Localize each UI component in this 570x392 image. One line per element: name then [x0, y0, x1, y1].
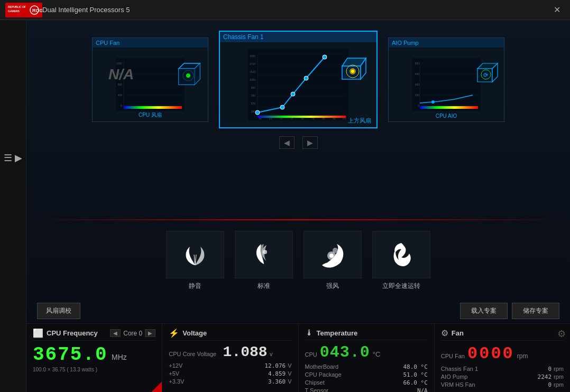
aio-pump-card[interactable]: AIO Pump — [388, 38, 504, 122]
voltage-5v-value: 4.859 — [268, 370, 286, 377]
chipset-temp-label: Chipset — [305, 379, 325, 386]
cpu-core-voltage-value: 1.088 — [223, 344, 268, 360]
svg-text:1710: 1710 — [250, 62, 255, 66]
fan-icon: ⚙ — [441, 328, 448, 338]
cpu-frequency-unit: MHz — [112, 353, 127, 361]
menu-icon[interactable]: ☰ ▶ — [4, 152, 22, 164]
mode-fullspeed-icon — [372, 231, 430, 278]
cpu-fan-body: 0 400 800 1200 1600 — [93, 48, 208, 122]
cpu-frequency-section: ⬜ CPU Frequency ◀ Core 0 ▶ 3675.0 MHz 10… — [26, 324, 162, 392]
svg-text:800: 800 — [415, 62, 420, 65]
core-next-btn[interactable]: ▶ — [145, 329, 155, 337]
svg-text:REPUBLIC OF: REPUBLIC OF — [8, 5, 26, 8]
vrm-fan-rpm-value: 0 — [548, 381, 551, 388]
motherboard-temp-row: MotherBoard 48.0 °C — [305, 363, 428, 370]
svg-point-57 — [304, 76, 308, 80]
mode-fullspeed-label: 立即全速运转 — [382, 282, 420, 291]
vrm-fan-rpm-label: VRM HS Fan — [441, 381, 475, 388]
voltage-12v-value: 12.076 — [264, 362, 286, 369]
right-buttons: 载入专案 储存专案 — [460, 303, 559, 319]
mode-standard-label: 标准 — [258, 282, 270, 291]
svg-text:1520: 1520 — [250, 70, 255, 73]
svg-point-73 — [431, 100, 435, 104]
cpu-core-voltage-value-row: 1.088 v — [223, 349, 273, 358]
cpu-fan-label: CPU Fan — [93, 38, 208, 48]
svg-text:ROG: ROG — [32, 8, 42, 13]
chassis-fan-card[interactable]: Chassis Fan 1 1900 1710 1520 1330 950 76… — [219, 31, 378, 128]
nav-arrows: ◀ ▶ — [279, 136, 318, 149]
core-nav: ◀ Core 0 ▶ — [110, 329, 155, 337]
motherboard-temp-value: 48.0 °C — [403, 363, 427, 370]
cpu-fan-card[interactable]: CPU Fan 0 400 — [92, 38, 208, 122]
cpu-package-temp-label: CPU Package — [305, 371, 342, 378]
temperature-section: 🌡 Temperature CPU 043.0 °C MotherBoard 4… — [299, 324, 435, 392]
mode-turbo-label: 强风 — [326, 282, 339, 291]
cpu-package-temp-row: CPU Package 51.0 °C — [305, 371, 428, 378]
cpu-frequency-value-row: 3675.0 MHz — [33, 344, 155, 366]
mode-silent-icon — [166, 231, 224, 278]
voltage-header: ⚡ Voltage — [169, 328, 291, 341]
voltage-33v-label: +3.3V — [169, 378, 184, 385]
svg-point-86 — [263, 250, 267, 254]
chipset-temp-value: 66.0 °C — [403, 379, 427, 386]
vrm-fan-rpm-unit: rpm — [554, 381, 564, 388]
cpu-icon: ⬜ — [33, 328, 43, 338]
voltage-33v-value: 3.360 — [268, 378, 286, 385]
cpu-core-voltage-unit: v — [270, 351, 273, 357]
core-prev-btn[interactable]: ◀ — [110, 329, 121, 337]
settings-gear-icon[interactable]: ⚙ — [557, 328, 566, 340]
svg-rect-17 — [124, 106, 182, 109]
voltage-33v-unit: V — [288, 378, 291, 385]
svg-text:800: 800 — [118, 83, 123, 86]
content-area: CPU Fan 0 400 — [26, 20, 570, 392]
svg-point-65 — [351, 70, 354, 73]
stats-bar: ⬜ CPU Frequency ◀ Core 0 ▶ 3675.0 MHz 10… — [26, 323, 570, 392]
voltage-icon: ⚡ — [169, 328, 179, 338]
svg-rect-28 — [248, 49, 348, 120]
mode-section: 静音 标准 — [26, 223, 570, 298]
chipset-temp-row: Chipset 66.0 °C — [305, 379, 428, 386]
svg-text:0: 0 — [418, 104, 419, 107]
svg-text:400: 400 — [118, 94, 123, 97]
tsensor-temp-value: N/A — [417, 387, 428, 392]
prev-arrow[interactable]: ◀ — [279, 136, 295, 149]
bottom-buttons: 风扇调校 载入专案 储存专案 — [26, 298, 570, 323]
voltage-section: ⚡ Voltage CPU Core Voltage 1.088 v +12V … — [162, 324, 298, 392]
svg-point-58 — [323, 55, 327, 59]
mode-standard-icon — [235, 231, 293, 278]
fan-adjust-button[interactable]: 风扇调校 — [37, 303, 80, 319]
left-sidebar: ☰ ▶ — [0, 20, 26, 392]
svg-text:760: 760 — [251, 94, 256, 97]
cpu-fan-rpm-label: CPU Fan — [441, 353, 465, 359]
mode-silent-label: 静音 — [189, 282, 201, 291]
mode-fullspeed[interactable]: 立即全速运转 — [372, 231, 430, 291]
next-arrow[interactable]: ▶ — [302, 136, 318, 149]
main-area: ☰ ▶ CPU Fan — [0, 20, 570, 392]
mode-silent[interactable]: 静音 — [166, 231, 224, 291]
cpu-temp-unit: °C — [373, 350, 381, 358]
fan-section: ⚙ Fan CPU Fan 0000 rpm Chassis Fan 1 0 r… — [435, 324, 570, 392]
cpu-fan-rpm-value: 0000 — [467, 344, 514, 363]
voltage-5v-label: +5V — [169, 370, 179, 377]
app-title: Dual Intelligent Processors 5 — [42, 6, 549, 14]
svg-text:570: 570 — [251, 102, 256, 105]
svg-text:400: 400 — [415, 83, 420, 86]
chassis-fan-sublabel: 上方风扇 — [348, 117, 371, 125]
svg-text:1600: 1600 — [116, 62, 122, 65]
tsensor-temp-label: T Sensor — [305, 387, 328, 392]
cpu-frequency-header: ⬜ CPU Frequency ◀ Core 0 ▶ — [33, 328, 155, 341]
load-profile-button[interactable]: 载入专案 — [460, 303, 508, 319]
voltage-5v-unit: V — [288, 370, 291, 377]
svg-text:⟳: ⟳ — [483, 72, 488, 78]
close-button[interactable]: ✕ — [549, 3, 565, 17]
mode-turbo-icon — [304, 231, 362, 278]
mode-turbo[interactable]: 强风 — [304, 231, 362, 291]
svg-text:950: 950 — [251, 86, 256, 89]
svg-point-88 — [329, 254, 334, 258]
cpu-fan-rpm-unit: rpm — [517, 352, 528, 360]
save-profile-button[interactable]: 储存专案 — [512, 303, 559, 319]
title-bar: REPUBLIC OF GAMERS ROG Dual Intelligent … — [0, 0, 570, 20]
mode-standard[interactable]: 标准 — [235, 231, 293, 291]
chassis-fan-rpm-value: 0 — [548, 366, 551, 372]
aio-pump-body: 800 600 400 200 0 — [389, 48, 504, 122]
